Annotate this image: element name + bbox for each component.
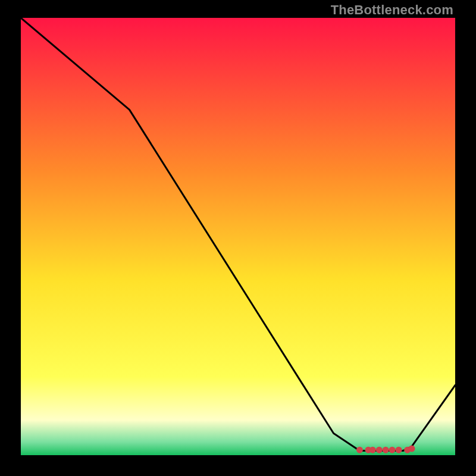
marker-point: [376, 447, 383, 453]
watermark-text: TheBottleneck.com: [331, 2, 453, 18]
plot-area: [21, 18, 455, 455]
marker-point: [356, 447, 363, 453]
chart-svg: [21, 18, 455, 455]
gradient-background: [21, 18, 455, 455]
chart-frame: TheBottleneck.com: [0, 0, 476, 476]
marker-point: [389, 447, 396, 453]
marker-point: [409, 446, 415, 452]
marker-point: [369, 447, 376, 453]
marker-point: [396, 447, 402, 453]
marker-point: [383, 447, 389, 453]
